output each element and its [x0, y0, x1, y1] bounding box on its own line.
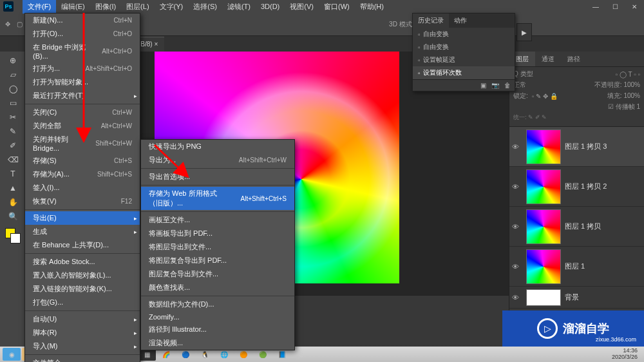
minimize-button[interactable]: —	[586, 0, 605, 13]
export-menu-item[interactable]: 图层复合导出到文件...	[141, 267, 294, 281]
layer-row[interactable]: 👁图层 1 拷贝	[509, 207, 644, 247]
layer-thumbnail[interactable]	[526, 249, 561, 284]
tool-button[interactable]: ▲	[4, 182, 22, 195]
file-menu-item[interactable]: 恢复(V)F12	[25, 195, 140, 208]
history-item[interactable]: ▫自由变换	[413, 41, 515, 53]
menu-view[interactable]: 视图(V)	[285, 0, 319, 14]
tool-button[interactable]: ◯	[4, 82, 22, 95]
file-menu-item[interactable]: 导出(E)	[25, 211, 140, 225]
layer-thumbnail[interactable]	[526, 209, 561, 244]
propagate-frame[interactable]: 传播帧 1	[616, 103, 640, 110]
file-menu-item[interactable]: 关闭全部Alt+Ctrl+W	[25, 119, 140, 133]
export-menu-item[interactable]: 将图层导出到文件...	[141, 240, 294, 254]
taskbar-app8[interactable]: ⊙	[292, 348, 310, 361]
blend-mode[interactable]: 正常	[513, 81, 526, 90]
layer-visibility-icon[interactable]: 👁	[512, 263, 522, 271]
tool-button[interactable]: ⊕	[4, 54, 22, 67]
maximize-button[interactable]: ☐	[605, 0, 625, 13]
file-menu-item[interactable]: 在 Bridge 中浏览(B)...Alt+Ctrl+O	[25, 41, 140, 62]
tool-button[interactable]: ▱	[4, 68, 22, 81]
menu-edit[interactable]: 编辑(E)	[56, 0, 90, 14]
export-menu-item[interactable]: 导出为...Alt+Shift+Ctrl+W	[141, 153, 294, 167]
layer-visibility-icon[interactable]: 👁	[512, 294, 522, 301]
color-swatch[interactable]	[5, 228, 21, 243]
export-menu-item[interactable]: 路径到 Illustrator...	[141, 323, 294, 336]
layer-row[interactable]: 👁背景	[509, 287, 644, 309]
tool-button[interactable]: 🔍	[4, 210, 22, 223]
export-menu-item[interactable]: 画板至文件...	[141, 213, 294, 227]
file-menu-item[interactable]: 置入链接的智能对象(K)...	[25, 282, 140, 296]
layer-visibility-icon[interactable]: 👁	[512, 143, 522, 151]
menu-file[interactable]: 文件(F)	[23, 0, 56, 14]
history-camera-icon[interactable]: 📷	[491, 82, 499, 89]
menu-help[interactable]: 帮助(H)	[355, 0, 389, 14]
file-menu-item[interactable]: 搜索 Adobe Stock...	[25, 255, 140, 269]
layer-thumbnail[interactable]	[526, 129, 561, 164]
menu-type[interactable]: 文字(Y)	[155, 0, 189, 14]
history-item[interactable]: ▫自由变换	[413, 28, 515, 41]
layer-row[interactable]: 👁图层 1	[509, 247, 644, 287]
opacity-value[interactable]: 100%	[623, 81, 640, 88]
history-item[interactable]: ▫设置帧延迟	[413, 53, 515, 66]
layer-thumbnail[interactable]	[526, 289, 561, 306]
file-menu-item[interactable]: 最近打开文件(T)	[25, 89, 140, 102]
menu-select[interactable]: 选择(S)	[188, 0, 222, 14]
layer-thumbnail[interactable]	[526, 169, 561, 204]
file-menu-item[interactable]: 打开为...Alt+Shift+Ctrl+O	[25, 62, 140, 75]
taskbar-app[interactable]: ◉	[3, 348, 21, 361]
export-menu-item[interactable]: 数据组作为文件(D)...	[141, 298, 294, 311]
file-menu-item[interactable]: 自动(U)	[25, 312, 140, 326]
history-delete-icon[interactable]: 🗑	[504, 82, 511, 89]
tool-button[interactable]: ✋	[4, 196, 22, 209]
file-menu-item[interactable]: 存储为(A)...Shift+Ctrl+S	[25, 167, 140, 181]
file-menu-item[interactable]: 生成	[25, 225, 140, 238]
export-menu-item[interactable]: 将图层复合导出到 PDF...	[141, 254, 294, 267]
fill-value[interactable]: 100%	[623, 92, 640, 99]
taskbar-clock[interactable]: 14:36 2020/3/26	[612, 348, 641, 361]
layer-visibility-icon[interactable]: 👁	[512, 223, 522, 231]
file-menu-item[interactable]: 导入(M)	[25, 339, 140, 353]
file-menu-item[interactable]: 打包(G)...	[25, 296, 140, 309]
tab-close-icon[interactable]: ×	[154, 41, 158, 48]
play-button-panel[interactable]: ▶	[516, 23, 532, 41]
tool-button[interactable]: ✐	[4, 139, 22, 152]
tool-button[interactable]: T	[4, 167, 22, 180]
export-menu-item[interactable]: 快速导出为 PNG	[141, 140, 294, 153]
layer-visibility-icon[interactable]: 👁	[512, 183, 522, 191]
tab-channels[interactable]: 通道	[535, 52, 561, 66]
close-button[interactable]: ✕	[625, 0, 644, 13]
history-item[interactable]: ▫设置循环次数	[413, 66, 515, 79]
file-menu-item[interactable]: 在 Behance 上共享(D)...	[25, 238, 140, 252]
tool-button[interactable]: ✎	[4, 125, 22, 138]
tool-button[interactable]: ⌫	[4, 153, 22, 166]
menu-window[interactable]: 窗口(W)	[319, 0, 355, 14]
file-menu-item[interactable]: 关闭并转到 Bridge...Shift+Ctrl+W	[25, 133, 140, 154]
layer-row[interactable]: 👁图层 1 拷贝 3	[509, 127, 644, 167]
export-menu-item[interactable]: 渲染视频...	[141, 336, 294, 350]
export-menu-item[interactable]: 颜色查找表...	[141, 281, 294, 294]
file-menu-item[interactable]: 新建(N)...Ctrl+N	[25, 14, 140, 27]
menu-3d[interactable]: 3D(D)	[256, 1, 285, 12]
menu-layer[interactable]: 图层(L)	[121, 0, 154, 14]
file-menu-item[interactable]: 文件简介(F)...Alt+Shift+Ctrl+I	[25, 356, 140, 362]
tab-paths[interactable]: 路径	[561, 52, 587, 66]
layer-row[interactable]: 👁图层 1 拷贝 2	[509, 167, 644, 207]
file-menu-item[interactable]: 打开(O)...Ctrl+O	[25, 27, 140, 41]
export-menu-item[interactable]: Zoomify...	[141, 311, 294, 323]
file-menu-item[interactable]: 置入嵌入的智能对象(L)...	[25, 269, 140, 282]
export-menu-item[interactable]: 将画板导出到 PDF...	[141, 227, 294, 240]
tab-history[interactable]: 历史记录	[413, 14, 449, 28]
menu-image[interactable]: 图像(I)	[90, 0, 121, 14]
file-menu-item[interactable]: 关闭(C)Ctrl+W	[25, 106, 140, 119]
tool-button[interactable]: ▭	[4, 97, 22, 110]
file-menu-item[interactable]: 存储(S)Ctrl+S	[25, 154, 140, 167]
history-new-snapshot-icon[interactable]: ▣	[480, 82, 486, 89]
tab-actions[interactable]: 动作	[449, 14, 472, 28]
file-menu-item[interactable]: 脚本(R)	[25, 326, 140, 339]
export-menu-item[interactable]: 导出首选项...	[141, 170, 294, 184]
layer-kind[interactable]: Q 类型	[513, 70, 533, 79]
menu-filter[interactable]: 滤镜(T)	[222, 0, 256, 14]
file-menu-item[interactable]: 打开为智能对象...	[25, 75, 140, 89]
background-color[interactable]	[10, 233, 21, 243]
export-menu-item[interactable]: 存储为 Web 所用格式（旧版）...Alt+Shift+Ctrl+S	[141, 187, 294, 210]
